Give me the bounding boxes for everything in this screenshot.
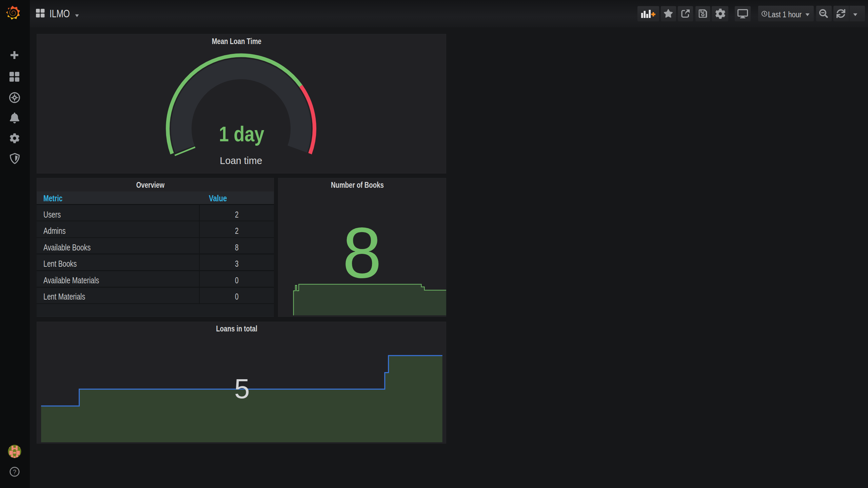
- svg-text:?: ?: [13, 469, 16, 475]
